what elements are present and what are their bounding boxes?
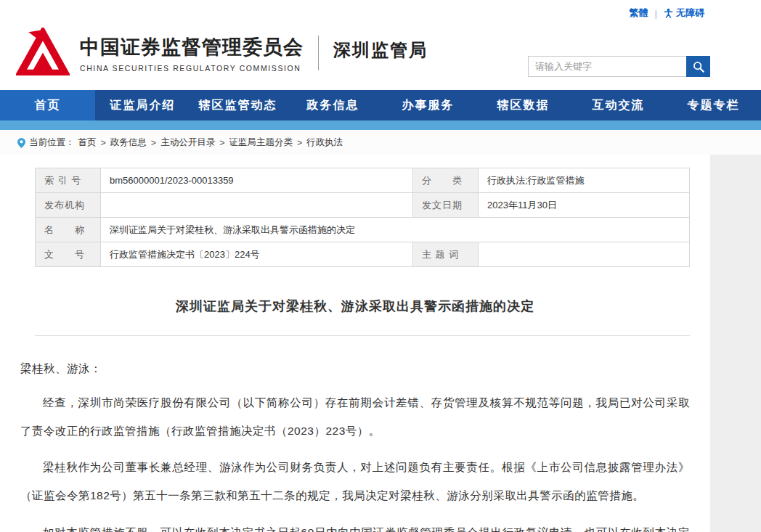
breadcrumb-separator: > xyxy=(219,138,224,148)
doc-index-value: bm56000001/2023-00013359 xyxy=(101,168,413,193)
accessibility-icon xyxy=(664,8,673,18)
location-pin-icon xyxy=(17,138,25,148)
doc-keywords-label: 主 题 词 xyxy=(413,242,479,267)
accessibility-link[interactable]: 无障碍 xyxy=(676,7,704,20)
table-row: 文 号 行政监管措施决定书〔2023〕224号 主 题 词 xyxy=(36,242,690,267)
doc-index-label: 索 引 号 xyxy=(36,168,101,193)
main-nav: 首页 证监局介绍 辖区监管动态 政务信息 办事服务 辖区数据 互动交流 专题专栏 xyxy=(0,90,761,120)
table-row: 名 称 深圳证监局关于对梁桂秋、游泳采取出具警示函措施的决定 xyxy=(36,218,690,242)
table-row: 发布机构 发文日期 2023年11月30日 xyxy=(36,193,690,218)
table-row: 索 引 号 bm56000001/2023-00013359 分 类 行政执法;… xyxy=(36,168,690,193)
nav-tab-home[interactable]: 首页 xyxy=(0,90,95,120)
search-icon xyxy=(692,60,705,73)
doc-number-label: 文 号 xyxy=(36,242,101,267)
org-name-cn: 中国证券监督管理委员会 xyxy=(80,34,304,60)
article-paragraph: 经查，深圳市尚荣医疗股份有限公司（以下简称公司）存在前期会计差错、存货管理及核算… xyxy=(20,389,690,446)
doc-agency-label: 发布机构 xyxy=(36,193,101,218)
breadcrumb-separator: > xyxy=(151,138,156,148)
nav-tab-about[interactable]: 证监局介绍 xyxy=(95,90,190,120)
nav-substrip xyxy=(0,120,761,130)
doc-name-label: 名 称 xyxy=(36,218,101,242)
org-name-block: 中国证券监督管理委员会 CHINA SECURITIES REGULATORY … xyxy=(80,34,304,73)
salutation: 梁桂秋、游泳： xyxy=(20,355,690,383)
nav-tab-regional-data[interactable]: 辖区数据 xyxy=(476,90,571,120)
traditional-chinese-link[interactable]: 繁體 xyxy=(630,7,648,20)
top-utility-bar: 繁體 | 无障碍 xyxy=(0,0,761,22)
article-body: 梁桂秋、游泳： 经查，深圳市尚荣医疗股份有限公司（以下简称公司）存在前期会计差错… xyxy=(20,355,690,532)
article-paragraph: 如对本监管措施不服，可以在收到本决定书之日起60日内向中国证券监督管理委员会提出… xyxy=(20,519,690,532)
breadcrumb-item-gov-info[interactable]: 政务信息 xyxy=(110,136,147,149)
doc-keywords-value xyxy=(479,242,690,267)
nav-tab-regional-news[interactable]: 辖区监管动态 xyxy=(190,90,285,120)
breadcrumb-item-enforcement[interactable]: 行政执法 xyxy=(306,136,343,149)
content-card: 索 引 号 bm56000001/2023-00013359 分 类 行政执法;… xyxy=(0,155,710,532)
org-name-en: CHINA SECURITIES REGULATORY COMMISSION xyxy=(80,64,304,73)
breadcrumb-item-home[interactable]: 首页 xyxy=(78,136,97,149)
header-divider xyxy=(318,36,319,70)
doc-info-table: 索 引 号 bm56000001/2023-00013359 分 类 行政执法;… xyxy=(35,168,690,267)
breadcrumb-item-catalog[interactable]: 主动公开目录 xyxy=(160,136,215,149)
doc-category-label: 分 类 xyxy=(413,168,479,193)
breadcrumb-separator: > xyxy=(101,138,106,148)
search-input[interactable] xyxy=(528,56,686,77)
nav-tab-interaction[interactable]: 互动交流 xyxy=(571,90,666,120)
title-divider xyxy=(35,335,690,336)
breadcrumb: 当前位置： 首页 > 政务信息 > 主动公开目录 > 证监局主题分类 > 行政执… xyxy=(0,130,761,155)
doc-agency-value xyxy=(101,193,413,218)
breadcrumb-item-topics[interactable]: 证监局主题分类 xyxy=(229,136,293,149)
nav-tab-gov-info[interactable]: 政务信息 xyxy=(285,90,380,120)
nav-tab-services[interactable]: 办事服务 xyxy=(380,90,476,120)
doc-category-value: 行政执法;行政监管措施 xyxy=(479,168,690,193)
breadcrumb-separator: > xyxy=(297,138,302,148)
topbar-divider: | xyxy=(655,8,657,19)
doc-number-value: 行政监管措施决定书〔2023〕224号 xyxy=(101,242,413,267)
main-content-area: 索 引 号 bm56000001/2023-00013359 分 类 行政执法;… xyxy=(0,155,761,532)
csrc-logo xyxy=(16,28,70,78)
article-paragraph: 梁桂秋作为公司董事长兼总经理、游泳作为公司财务负责人，对上述问题负有主要责任。根… xyxy=(20,454,690,510)
breadcrumb-prefix: 当前位置： xyxy=(29,136,75,149)
search-box xyxy=(528,56,710,77)
doc-date-value: 2023年11月30日 xyxy=(479,193,690,218)
search-button[interactable] xyxy=(686,56,710,77)
nav-tab-special-topics[interactable]: 专题专栏 xyxy=(666,90,761,120)
bureau-name: 深圳监管局 xyxy=(333,38,428,62)
article-title: 深圳证监局关于对梁桂秋、游泳采取出具警示函措施的决定 xyxy=(20,298,690,315)
doc-name-value: 深圳证监局关于对梁桂秋、游泳采取出具警示函措施的决定 xyxy=(101,218,690,242)
doc-date-label: 发文日期 xyxy=(413,193,479,218)
site-header: 中国证券监督管理委员会 CHINA SECURITIES REGULATORY … xyxy=(0,22,761,90)
